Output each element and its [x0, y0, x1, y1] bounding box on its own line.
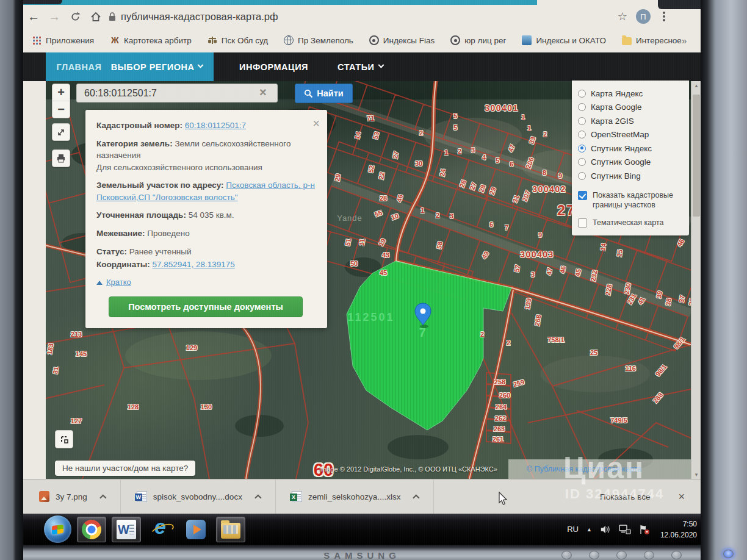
parcel-number-label: 116 — [625, 365, 636, 372]
taskbar-wmp-icon[interactable] — [181, 517, 211, 542]
bookmark-item[interactable]: Интересное — [622, 36, 682, 45]
download-menu-chevron[interactable] — [99, 494, 106, 501]
tray-expand-icon[interactable]: ▲ — [586, 526, 592, 533]
bookmarks-bar: ПриложенияКартотека арбитрПск Обл судПр … — [23, 28, 701, 52]
parcel-number-label: 47 — [545, 267, 554, 276]
parcel-number-label: 98/1 — [654, 363, 668, 378]
nav-articles[interactable]: СТАТЬИ — [337, 62, 383, 72]
home-icon[interactable] — [85, 12, 106, 22]
monitor-button — [589, 551, 599, 559]
url-text: публичная-кадастровая-карта.рф — [121, 11, 278, 23]
browser-menu-icon[interactable] — [663, 15, 665, 18]
address-bar[interactable]: публичная-кадастровая-карта.рф — [109, 11, 618, 23]
zoom-out-button[interactable]: − — [52, 101, 70, 118]
parcel-number-label: 31 — [51, 366, 60, 375]
parcel-number-label: 2 — [419, 129, 423, 137]
parcel-number-label: 2 — [480, 331, 484, 338]
download-menu-chevron[interactable] — [413, 494, 420, 501]
parcel-number-label: 43 — [382, 251, 389, 259]
parcel-number-label: 130 — [201, 403, 212, 411]
search-button[interactable]: Найти — [295, 84, 353, 103]
watermark-text: Циан — [563, 450, 644, 486]
action-center-flag-icon[interactable] — [639, 525, 650, 534]
layer-option[interactable]: Карта Google — [578, 101, 683, 115]
parcel-number-label: 14 — [599, 243, 607, 251]
nav-region[interactable]: ВЫБОР РЕГИОНА — [111, 62, 203, 72]
parcel-number-label: 29 — [488, 186, 497, 196]
bookmark-item[interactable]: Пр Землеполь — [284, 35, 353, 45]
bookmark-item[interactable]: Приложения — [32, 35, 94, 45]
parcel-number-label: 10 — [390, 212, 400, 221]
download-item[interactable]: spisok_svobodny....docx — [121, 479, 276, 514]
scroll-up-icon[interactable]: ▴ — [691, 82, 701, 88]
not-found-hint-button[interactable]: Не нашли участок/дом на карте? — [55, 461, 195, 476]
taskbar-word-icon[interactable] — [112, 517, 141, 542]
download-item[interactable]: zemli_selskohozya....xlsx — [276, 479, 435, 514]
taskbar-folder-icon[interactable] — [216, 517, 245, 542]
monitor-photo: ← → публичная-кадастровая-карта.рф ☆ П П… — [0, 0, 747, 560]
close-icon[interactable]: × — [312, 115, 320, 132]
layer-option[interactable]: Карта Яндекс — [578, 87, 683, 101]
layer-checkbox[interactable]: Тематическая карта — [578, 218, 683, 228]
parcel-number-label: 207 — [521, 189, 532, 202]
monitor-button — [616, 551, 627, 559]
parcel-number-label: 206 — [524, 156, 535, 169]
parcel-number-label: 213 — [71, 331, 82, 338]
bookmark-star-icon[interactable]: ☆ — [618, 10, 627, 23]
nav-main[interactable]: ГЛАВНАЯ — [57, 62, 102, 72]
parcel-number-label: 3 — [450, 212, 453, 220]
survey-label: Межевание: — [96, 229, 145, 238]
category-label: Категория земель: — [96, 139, 173, 148]
cadastral-number-link[interactable]: 60:18:0112501:7 — [185, 121, 246, 130]
bookmark-item[interactable]: юр лиц рег — [450, 35, 506, 45]
back-icon[interactable]: ← — [23, 10, 44, 24]
layer-option[interactable]: Спутник Bing — [578, 169, 683, 183]
taskbar-chrome-icon[interactable] — [77, 517, 106, 542]
bookmark-item[interactable]: Картотека арбитр — [110, 35, 192, 45]
parcel-number-label: 7 — [505, 224, 508, 231]
parcel-number-label: 183 — [46, 343, 55, 355]
bookmarks-overflow-chevron[interactable]: » — [682, 35, 687, 46]
blue-square-icon — [522, 35, 532, 45]
bookmark-item[interactable]: Индексы Fias — [369, 35, 435, 45]
layer-option[interactable]: Карта 2GIS — [578, 114, 683, 128]
layer-option[interactable]: Спутник Яндекс — [578, 142, 683, 156]
page-scrollbar[interactable]: ▴ ▾ — [691, 81, 701, 479]
taskbar-ie-icon[interactable] — [146, 517, 176, 542]
layer-checkbox[interactable]: Показать кадастровые границы участков — [578, 190, 683, 211]
download-item[interactable]: 3у 7.png — [23, 479, 121, 514]
parcel-number-label: 5 — [496, 157, 499, 164]
layer-option[interactable]: OpenStreetMap — [578, 128, 683, 142]
volume-icon[interactable] — [600, 525, 611, 534]
search-input[interactable] — [76, 84, 278, 102]
start-button[interactable] — [44, 515, 71, 543]
profile-avatar[interactable]: П — [636, 9, 651, 24]
scroll-down-icon[interactable]: ▾ — [691, 472, 701, 478]
close-downloads-icon[interactable]: × — [678, 490, 685, 503]
print-button[interactable] — [52, 149, 70, 167]
clear-search-icon[interactable]: × — [259, 85, 267, 99]
zoom-in-button[interactable]: + — [52, 84, 70, 101]
fullscreen-button[interactable] — [52, 123, 70, 141]
bookmark-item[interactable]: Индексы и ОКАТО — [522, 35, 606, 45]
parcel-number-label: 27 — [468, 181, 477, 191]
language-indicator[interactable]: RU — [567, 525, 579, 534]
refresh-icon[interactable] — [65, 12, 85, 22]
png-file-icon — [39, 491, 49, 502]
parcel-number-label: 9 — [538, 231, 542, 239]
forward-icon[interactable]: → — [44, 10, 65, 24]
bookmark-item[interactable]: Пск Обл суд — [208, 35, 268, 45]
clock[interactable]: 7:50 12.06.2020 — [660, 519, 697, 540]
collapse-link[interactable]: Кратко — [96, 277, 315, 289]
network-icon[interactable] — [619, 525, 631, 534]
nav-information[interactable]: ИНФОРМАЦИЯ — [239, 62, 308, 72]
view-documents-button[interactable]: Посмотреть доступные документы — [109, 296, 303, 317]
coords-link[interactable]: 57.852941, 28.139175 — [153, 260, 235, 269]
parcel-number-label: 258 — [494, 378, 505, 386]
measure-tool-button[interactable] — [55, 430, 73, 448]
word-file-icon — [137, 491, 147, 502]
download-menu-chevron[interactable] — [254, 494, 261, 501]
scrollbar-thumb[interactable] — [693, 95, 700, 217]
layer-option[interactable]: Спутник Google — [578, 156, 683, 170]
parcel-number-label: 50 — [350, 260, 358, 267]
